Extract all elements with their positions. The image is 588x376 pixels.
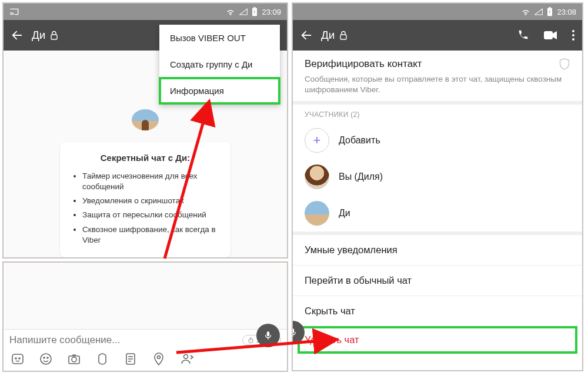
emoji-icon[interactable] [39,352,53,366]
svg-point-3 [248,338,252,343]
video-call-icon[interactable] [543,30,557,41]
svg-point-20 [572,30,574,32]
svg-rect-19 [544,31,553,39]
svg-rect-2 [51,35,57,39]
lock-icon [50,31,58,40]
message-composer: 1 мин. [4,329,287,371]
verify-contact-row[interactable]: Верифицировать контакт Сообщения, которы… [293,51,582,105]
add-participant-row[interactable]: + Добавить [293,122,582,159]
smart-notifications-row[interactable]: Умные уведомления [293,231,582,265]
battery-icon [547,7,553,16]
info-card-title: Секретный чат с Ди: [72,153,219,163]
chat-info-sheet: Верифицировать контакт Сообщения, которы… [293,51,582,370]
svg-point-6 [19,358,20,359]
info-bullet: Защита от пересылки сообщений [82,210,219,220]
phone-right: 23:08 Ди Верифицировать контакт [292,2,583,371]
gif-icon[interactable] [95,352,109,366]
voice-call-icon[interactable] [516,29,529,42]
menu-viber-out[interactable]: Вызов VIBER OUT [159,25,280,51]
plus-icon: + [305,128,329,153]
phone-left: 23:09 Ди Вызов VIBER OUT Создать группу … [2,2,288,258]
clock-text: 23:09 [262,8,281,16]
switch-regular-chat-row[interactable]: Перейти в обычный чат [293,265,582,296]
delete-chat-row[interactable]: Удалить чат [298,326,577,354]
svg-rect-15 [267,331,270,336]
back-icon[interactable] [11,29,24,42]
svg-rect-1 [254,7,256,8]
verify-title: Верифицировать контакт [305,58,422,70]
participant-name: Вы (Диля) [339,172,383,182]
svg-rect-18 [340,35,346,39]
chat-title: Ди [32,29,45,42]
menu-information[interactable]: Информация [159,78,280,104]
info-bullet: Сквозное шифрование, как всегда в Viber [82,224,219,246]
status-bar: 23:08 [293,4,582,20]
sticker-icon[interactable] [11,352,25,366]
composer-panel: 1 мин. [2,261,288,372]
svg-point-9 [47,357,48,358]
svg-point-14 [184,355,188,359]
location-icon[interactable] [152,352,166,366]
svg-rect-17 [549,7,551,8]
context-menu: Вызов VIBER OUT Создать группу с Ди Инфо… [159,25,280,104]
lock-icon [339,31,348,40]
message-input[interactable] [9,334,236,346]
svg-point-22 [572,38,574,41]
chat-title: Ди [321,29,335,42]
svg-point-5 [15,358,16,359]
signal-icon [239,8,248,15]
add-participant-label: Добавить [339,135,380,146]
avatar [305,201,329,226]
svg-point-21 [572,34,574,36]
wifi-icon [521,8,530,15]
svg-point-11 [72,357,76,362]
shield-icon [559,58,570,70]
info-bullet: Уведомления о скриншотах [82,196,219,206]
menu-create-group[interactable]: Создать группу с Ди [159,51,280,78]
battery-icon [252,7,258,16]
camera-icon[interactable] [67,352,81,366]
wifi-icon [226,8,235,15]
svg-point-7 [41,354,51,364]
more-icon[interactable] [572,29,575,41]
verify-desc: Сообщения, которые вы отправляете в этот… [305,74,570,95]
svg-rect-4 [12,354,23,364]
avatar [305,164,329,189]
svg-rect-0 [252,8,257,16]
svg-rect-23 [292,328,294,333]
hide-chat-row[interactable]: Скрыть чат [293,296,582,326]
status-bar: 23:09 [4,4,287,20]
voice-record-button[interactable] [256,324,280,347]
participants-label: УЧАСТНИКИ (2) [293,105,582,122]
signal-icon [534,8,543,15]
svg-rect-16 [547,8,552,16]
info-bullet: Таймер исчезновения для всех сообщений [82,171,219,192]
svg-point-8 [44,357,45,358]
chat-header: Ди [293,20,582,51]
note-icon[interactable] [123,352,138,366]
secret-chat-info-card: Секретный чат с Ди: Таймер исчезновения … [60,142,230,257]
cast-icon [9,8,19,16]
back-icon[interactable] [300,29,313,42]
participant-name: Ди [339,208,350,219]
share-contact-icon[interactable] [180,352,194,366]
contact-avatar [132,109,159,130]
clock-text: 23:08 [557,8,576,16]
svg-point-13 [158,356,161,359]
participant-row[interactable]: Ди [293,195,582,231]
participant-row[interactable]: Вы (Диля) [293,159,582,195]
